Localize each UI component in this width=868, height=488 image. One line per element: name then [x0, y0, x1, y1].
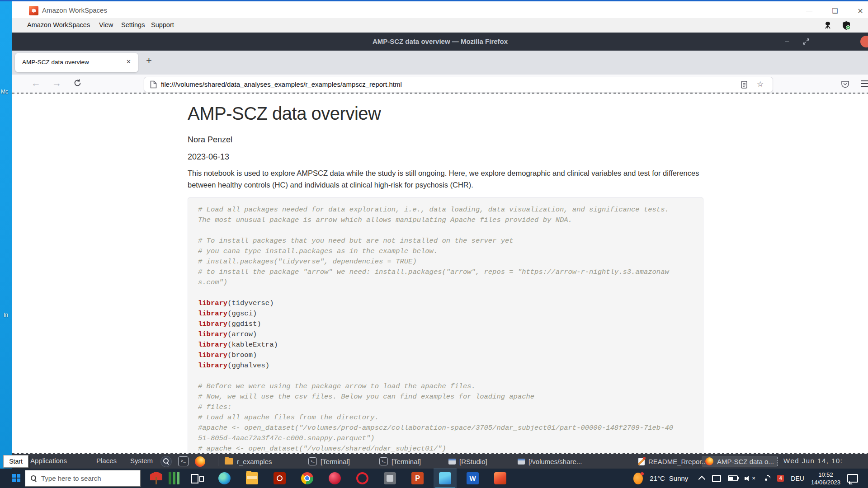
- weather-condition[interactable]: Sunny: [669, 474, 689, 482]
- code-line: # install.packages("tidyverse", dependen…: [198, 257, 693, 267]
- applications-menu[interactable]: Applications: [30, 457, 67, 465]
- windows-start-icon[interactable]: [12, 474, 20, 482]
- notes-icon: [638, 458, 645, 465]
- task-view-icon[interactable]: [191, 472, 203, 484]
- hamburger-menu-icon[interactable]: [861, 80, 868, 87]
- selection-dashed-border-top: [12, 93, 868, 94]
- shield-check-icon[interactable]: [842, 21, 851, 30]
- plant-icon[interactable]: [168, 472, 180, 484]
- code-line: library(tidyverse): [198, 298, 693, 309]
- folder-icon: [225, 458, 233, 465]
- close-button[interactable]: ✕: [854, 7, 867, 15]
- code-line: library(broom): [198, 350, 693, 361]
- weather-sun-icon[interactable]: [633, 473, 643, 484]
- code-line: # apache <- open_dataset("/volumes/share…: [198, 444, 693, 454]
- system-menu[interactable]: System: [130, 457, 153, 465]
- url-text[interactable]: file:///volumes/shared/data_analyses_exa…: [161, 80, 402, 88]
- menu-settings[interactable]: Settings: [121, 21, 145, 28]
- workspaces-app-icon: [29, 6, 38, 15]
- places-menu[interactable]: Places: [96, 457, 117, 465]
- firefox-icon[interactable]: [195, 456, 205, 467]
- linux-clock[interactable]: Wed Jun 14, 10:: [783, 457, 843, 465]
- workspaces-client-icon[interactable]: [439, 472, 451, 484]
- linux-taskbar-item[interactable]: [RStudio]: [448, 456, 487, 467]
- code-line: # Now, we will use the csv files. Below …: [198, 392, 693, 402]
- linux-taskbar-item[interactable]: README_Rrepor...: [638, 456, 707, 467]
- taskbar-separator-dots: [777, 457, 778, 466]
- action-center-icon[interactable]: [847, 474, 858, 483]
- linux-taskbar-item[interactable]: [/volumes/share...: [518, 456, 582, 467]
- code-line: # To install packages that you need but …: [198, 236, 693, 246]
- workspaces-window-title: Amazon WorkSpaces: [42, 6, 107, 14]
- gray-app-icon[interactable]: [384, 472, 396, 484]
- powerpoint-icon[interactable]: [411, 472, 424, 484]
- code-line: # to install the package "arrow" we need…: [198, 267, 693, 277]
- linux-taskbar-item[interactable]: >_[Terminal]: [379, 456, 421, 467]
- battery-icon[interactable]: [728, 475, 738, 481]
- menu-view[interactable]: View: [99, 21, 113, 28]
- opera-icon[interactable]: [356, 472, 368, 484]
- reload-icon[interactable]: [73, 79, 82, 87]
- linux-taskbar-item[interactable]: >_[Terminal]: [308, 456, 350, 467]
- hidden-icons-chevron-icon[interactable]: [698, 476, 706, 483]
- tab-amp-scz[interactable]: AMP-SCZ data overview ✕: [15, 53, 138, 72]
- firefox-titlebar[interactable]: AMP-SCZ data overview — Mozilla Firefox …: [12, 33, 868, 51]
- tab-close-icon[interactable]: ✕: [126, 58, 131, 65]
- bookmark-star-icon[interactable]: ☆: [757, 80, 764, 89]
- report-page: AMP-SCZ data overview Nora Penzel 2023-0…: [12, 94, 868, 454]
- wifi-icon[interactable]: [762, 475, 770, 482]
- desktop-icon-label[interactable]: In: [4, 312, 8, 318]
- new-tab-button[interactable]: +: [146, 55, 152, 66]
- windows-clock[interactable]: 10:52 14/06/2023: [811, 471, 840, 486]
- menu-support[interactable]: Support: [151, 21, 174, 28]
- notification-badge-icon[interactable]: 4: [777, 475, 784, 482]
- network-status-icon[interactable]: [823, 21, 833, 30]
- desktop-icon-label[interactable]: Mc: [1, 89, 8, 95]
- linux-taskbar-item[interactable]: r_examples: [225, 456, 272, 467]
- firefox-restore-button[interactable]: [803, 38, 809, 45]
- weather-temp[interactable]: 21°C: [650, 474, 665, 482]
- volume-muted-icon[interactable]: ✕: [745, 475, 755, 482]
- chrome-icon[interactable]: [301, 472, 313, 484]
- code-line: [198, 225, 693, 236]
- reader-mode-icon[interactable]: [741, 81, 747, 89]
- linux-taskbar: Applications Places System >_ r_examples…: [12, 454, 868, 469]
- url-bar[interactable]: file:///volumes/shared/data_analyses_exa…: [144, 77, 773, 92]
- linux-launchers: >_: [160, 456, 205, 467]
- windows-search-box[interactable]: Type here to search: [25, 470, 141, 487]
- code-line: s.com"): [198, 277, 693, 288]
- terminal-icon: >_: [308, 457, 317, 465]
- code-line: library(arrow): [198, 329, 693, 340]
- code-line: library(kableExtra): [198, 340, 693, 350]
- pocket-icon[interactable]: [841, 80, 849, 89]
- linux-taskbar-item[interactable]: AMP-SCZ data o...: [702, 456, 778, 467]
- menu-amazon-workspaces[interactable]: Amazon WorkSpaces: [27, 21, 90, 28]
- explorer-icon[interactable]: [246, 472, 258, 484]
- red-app-icon[interactable]: [329, 472, 341, 484]
- language-indicator[interactable]: DEU: [791, 475, 804, 482]
- minimize-button[interactable]: —: [802, 7, 816, 14]
- back-icon[interactable]: ←: [31, 78, 41, 89]
- umbrella-icon[interactable]: [150, 472, 162, 484]
- word-icon[interactable]: [467, 472, 479, 484]
- search-icon[interactable]: [160, 456, 172, 467]
- firefox-icon: [705, 457, 713, 465]
- code-line: [198, 371, 693, 381]
- code-card: # Load all packages needed for data expl…: [188, 197, 703, 454]
- maximize-button[interactable]: ❑: [828, 7, 842, 15]
- workspaces-titlebar[interactable]: Amazon WorkSpaces — ❑ ✕: [12, 1, 868, 19]
- code-line: The most unusual package is arrow which …: [198, 215, 693, 225]
- code-line: # Load all packages needed for data expl…: [198, 205, 693, 215]
- system-tray: 21°C Sunny ✕ 4 DEU 10:52 14/06/2023: [633, 469, 858, 488]
- forward-icon[interactable]: →: [52, 78, 61, 89]
- workspaces-icon[interactable]: [494, 472, 506, 484]
- time: 10:52: [811, 471, 840, 479]
- terminal-icon[interactable]: >_: [178, 456, 189, 466]
- window-label: [/volumes/share...: [528, 458, 582, 465]
- acrobat-icon[interactable]: [274, 472, 286, 484]
- taskbar-separator: [218, 456, 218, 466]
- code-line: # files:: [198, 402, 693, 413]
- edge-icon[interactable]: [218, 472, 231, 484]
- firefox-minimize-button[interactable]: –: [785, 37, 789, 45]
- device-icon[interactable]: [712, 475, 721, 482]
